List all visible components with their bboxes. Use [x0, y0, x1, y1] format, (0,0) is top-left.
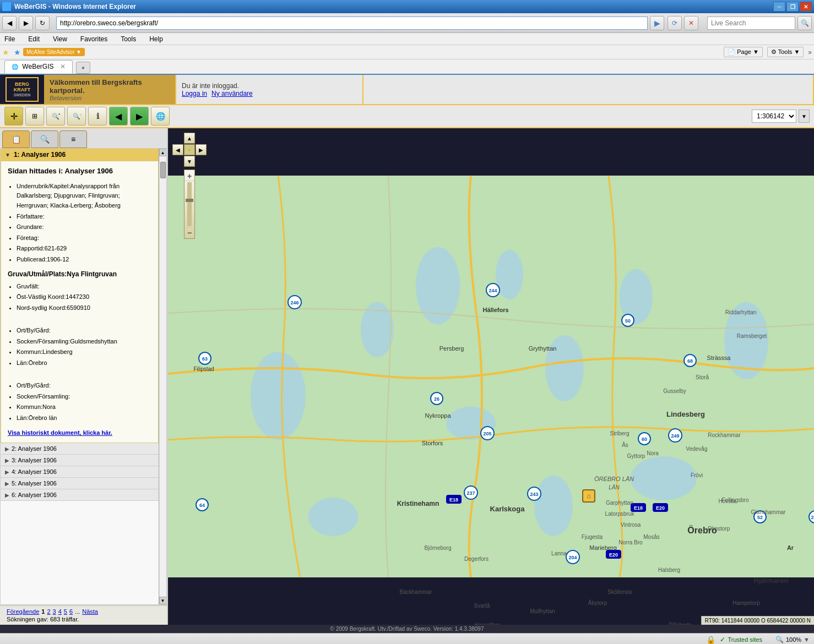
menu-edit[interactable]: Edit [26, 34, 42, 44]
scroll-down-btn[interactable]: ▼ [159, 597, 167, 604]
new-user-link[interactable]: Ny användare [211, 90, 253, 97]
mcafee-badge[interactable]: McAfee SiteAdvisor ▼ [23, 48, 85, 56]
close-button[interactable]: ✕ [800, 2, 812, 12]
logo-box: BERG KRAFT SWEDEN [6, 77, 39, 102]
svg-text:244: 244 [489, 288, 497, 293]
svg-text:Mosås: Mosås [643, 534, 659, 540]
go-button[interactable]: ▶ [650, 16, 664, 30]
restore-button[interactable]: ❐ [786, 2, 799, 12]
zoom-out-btn[interactable]: − [184, 227, 194, 237]
search-input[interactable] [707, 17, 795, 30]
copyright-bar: © 2009 Bergskraft. Utv./Driftad av Sweco… [0, 625, 814, 633]
login-link[interactable]: Logga in [182, 90, 207, 97]
svg-text:Nora: Nora [647, 450, 659, 456]
result-arrow-1: ▼ [5, 152, 10, 158]
svg-text:Latorpsbruk: Latorpsbruk [605, 511, 635, 517]
tool-back[interactable]: ◀ [109, 107, 128, 125]
tool-zoom-out[interactable]: 🔍- [67, 107, 86, 125]
zoom-dropdown[interactable]: ▼ [804, 636, 810, 643]
page-btn[interactable]: 📄 Page ▼ [724, 47, 763, 57]
menu-file[interactable]: File [2, 34, 17, 44]
nav-up-btn[interactable]: ▲ [184, 133, 195, 144]
refresh-button[interactable]: ↻ [35, 16, 50, 30]
minimize-button[interactable]: ─ [773, 2, 785, 12]
mine-loc-0: Ort/By/Gård: [17, 326, 151, 336]
title-bar: WeBerGIS - Windows Internet Explorer ─ ❐… [0, 0, 814, 13]
result-item-6[interactable]: ▶ 6: Analyser 1906 [1, 489, 159, 501]
svg-text:243: 243 [530, 492, 538, 497]
menu-view[interactable]: View [51, 34, 69, 44]
toolbar-more[interactable]: » [808, 48, 812, 56]
result-arrow-5: ▶ [5, 481, 9, 487]
menu-help[interactable]: Help [147, 34, 165, 44]
tool-globe[interactable]: 🌐 [151, 107, 170, 125]
back-button[interactable]: ◀ [2, 16, 17, 30]
mine-loc2-1: Socken/Församling: [17, 392, 151, 402]
tool-info[interactable]: ℹ [88, 107, 107, 125]
page-6[interactable]: 6 [69, 608, 73, 615]
panel-tab-layers[interactable]: 📋 [2, 130, 30, 148]
add-favorite-icon[interactable]: ★ [2, 48, 9, 57]
nav-left-btn[interactable]: ◀ [172, 144, 183, 155]
zoom-handle[interactable] [186, 199, 193, 202]
mine-loc2-3: Län:Örebro län [17, 413, 151, 423]
tool-forward[interactable]: ▶ [130, 107, 149, 125]
scale-select[interactable]: 1:306142 [752, 110, 796, 123]
favorites-icon[interactable]: ★ [14, 48, 21, 57]
svg-point-9 [631, 456, 697, 500]
svg-text:Mullhyttan: Mullhyttan [530, 608, 555, 614]
nav-right-btn[interactable]: ▶ [196, 144, 207, 155]
login-area: Du är inte inloggad. Logga in Ny använda… [176, 75, 363, 104]
menu-tools[interactable]: Tools [118, 34, 138, 44]
svg-text:Persberg: Persberg [439, 345, 464, 352]
page-5[interactable]: 5 [64, 608, 67, 615]
page-3[interactable]: 3 [53, 608, 56, 615]
nav-down-btn[interactable]: ▼ [184, 156, 195, 167]
result-arrow-3: ▶ [5, 457, 9, 463]
scroll-thumb[interactable] [160, 162, 166, 178]
next-page-link[interactable]: Nästa [82, 608, 98, 615]
scroll-up-btn[interactable]: ▲ [159, 149, 167, 156]
panel-tab-search[interactable]: 🔍 [31, 130, 58, 148]
panel-tab-results[interactable]: ≡ [59, 130, 87, 148]
result-label-2: 2: Analyser 1906 [12, 445, 57, 452]
forward-button[interactable]: ▶ [19, 16, 33, 30]
svg-text:Svartå: Svartå [474, 603, 490, 609]
map-area[interactable]: E18 E18 E20 E20 246 244 63 [168, 128, 814, 625]
zoom-slider: + − [184, 170, 195, 239]
result-item-2[interactable]: ▶ 2: Analyser 1906 [1, 443, 159, 455]
zoom-in-btn[interactable]: + [184, 171, 194, 181]
scale-dropdown-btn[interactable]: ▼ [799, 110, 810, 123]
svg-text:Storfors: Storfors [422, 440, 443, 446]
svg-text:237: 237 [466, 490, 475, 496]
page-4[interactable]: 4 [58, 608, 62, 615]
hist-link[interactable]: Visa historiskt dokument, klicka här. [8, 428, 151, 438]
svg-text:Ramsberget: Ramsberget [737, 333, 767, 339]
tab-webergis[interactable]: 🌐 WeBerGIS ✕ [4, 60, 73, 74]
page-2[interactable]: 2 [47, 608, 50, 615]
prev-page-link[interactable]: Föregående [7, 608, 39, 615]
browser-toolbar: ★ ★ McAfee SiteAdvisor ▼ 📄 Page ▼ ⚙ Tool… [0, 45, 814, 59]
result-item-4[interactable]: ▶ 4: Analyser 1906 [1, 466, 159, 478]
tool-move[interactable]: ✛ [4, 107, 23, 125]
tool-zoom-in[interactable]: 🔍+ [46, 107, 65, 125]
tools-btn[interactable]: ⚙ Tools ▼ [767, 47, 804, 57]
svg-text:Marieberg: Marieberg [589, 544, 617, 551]
svg-text:Vedevåg: Vedevåg [686, 446, 708, 452]
svg-text:⌂: ⌂ [587, 492, 590, 500]
check-icon: ✓ [720, 636, 725, 643]
new-tab-button[interactable]: + [76, 62, 90, 74]
tool-select[interactable]: ⊞ [25, 107, 44, 125]
search-button[interactable]: 🔍 [797, 16, 812, 30]
result-item-5[interactable]: ▶ 5: Analyser 1906 [1, 478, 159, 489]
stop-button[interactable]: ✕ [684, 16, 698, 30]
refresh-icon[interactable]: ⟳ [668, 16, 682, 30]
page-1[interactable]: 1 [41, 608, 45, 615]
address-bar[interactable] [56, 17, 648, 30]
result-header-1[interactable]: ▼ 1: Analyser 1906 [1, 149, 159, 161]
zoom-track [187, 182, 192, 226]
nav-center-btn[interactable]: · [184, 144, 195, 155]
menu-favorites[interactable]: Favorites [78, 34, 110, 44]
svg-point-6 [251, 352, 306, 440]
result-item-3[interactable]: ▶ 3: Analyser 1906 [1, 455, 159, 466]
